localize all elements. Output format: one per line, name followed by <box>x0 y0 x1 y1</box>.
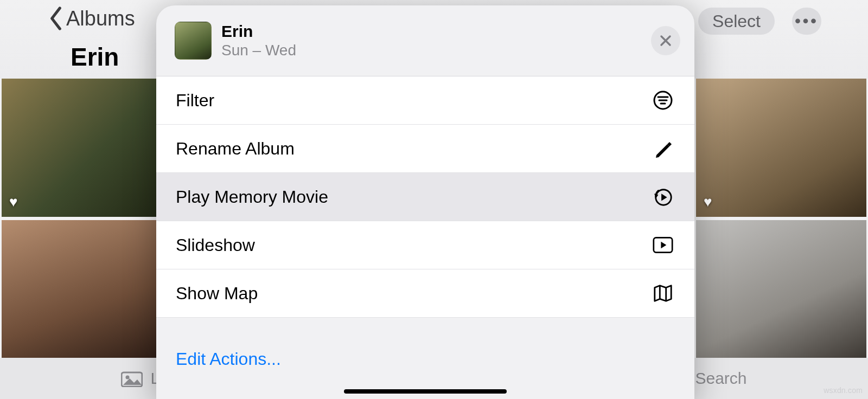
photo-thumbnail[interactable] <box>2 220 172 358</box>
action-label: Play Memory Movie <box>176 187 328 207</box>
album-actions-sheet: Erin Sun – Wed Filter Rename Album <box>156 5 694 399</box>
svg-marker-8 <box>654 194 659 198</box>
favorite-icon: ♥ <box>704 194 712 210</box>
photo-thumbnail[interactable]: ♥ <box>696 79 866 217</box>
home-indicator[interactable] <box>344 389 507 394</box>
sheet-title-block: Erin Sun – Wed <box>221 22 296 59</box>
sheet-header: Erin Sun – Wed <box>156 5 694 76</box>
action-label: Show Map <box>176 284 258 304</box>
favorite-icon: ♥ <box>9 194 17 210</box>
close-icon <box>660 35 672 47</box>
photo-thumbnail[interactable]: ♥ <box>2 79 172 217</box>
action-slideshow[interactable]: Slideshow <box>156 221 694 269</box>
photo-thumbnail[interactable] <box>696 220 866 358</box>
more-button[interactable]: ••• <box>792 8 821 35</box>
back-label: Albums <box>66 7 135 30</box>
action-rename-album[interactable]: Rename Album <box>156 124 694 172</box>
close-button[interactable] <box>651 26 680 55</box>
filter-icon <box>653 90 673 111</box>
ellipsis-icon: ••• <box>795 12 819 30</box>
action-play-memory-movie[interactable]: Play Memory Movie <box>156 172 694 221</box>
action-filter[interactable]: Filter <box>156 76 694 124</box>
watermark: wsxdn.com <box>824 386 863 395</box>
tab-label: Search <box>695 369 746 388</box>
map-icon <box>653 283 673 304</box>
pencil-icon <box>653 138 673 159</box>
page-title: Erin <box>71 42 119 72</box>
back-button[interactable]: Albums <box>48 7 135 30</box>
edit-actions-label: Edit Actions... <box>176 349 281 369</box>
sheet-subtitle: Sun – Wed <box>221 42 296 59</box>
tab-search[interactable]: Search <box>695 369 746 388</box>
svg-point-1 <box>126 376 130 379</box>
action-show-map[interactable]: Show Map <box>156 269 694 317</box>
memory-movie-icon <box>653 186 673 207</box>
sheet-title: Erin <box>221 22 296 41</box>
action-list: Filter Rename Album Play Memory Movi <box>156 76 694 343</box>
select-label: Select <box>712 11 761 31</box>
slideshow-icon <box>653 235 673 255</box>
list-separator <box>156 317 694 343</box>
album-thumbnail <box>175 22 212 60</box>
chevron-left-icon <box>48 7 64 30</box>
action-label: Filter <box>176 91 214 111</box>
library-icon <box>121 370 143 387</box>
action-label: Slideshow <box>176 235 255 255</box>
svg-marker-10 <box>661 242 666 249</box>
edit-actions-link[interactable]: Edit Actions... <box>156 343 694 375</box>
action-label: Rename Album <box>176 139 295 159</box>
svg-marker-7 <box>661 194 667 201</box>
select-button[interactable]: Select <box>698 8 775 35</box>
